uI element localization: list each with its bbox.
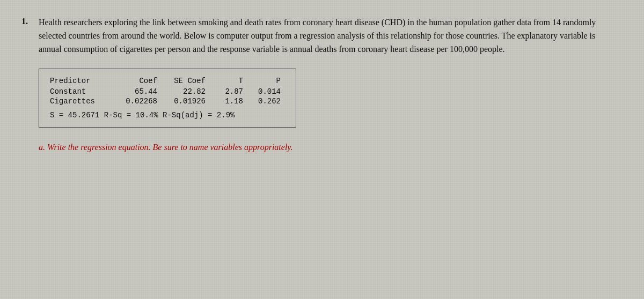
- regression-table-container: Predictor Coef SE Coef T P Constant 65.4…: [39, 69, 296, 128]
- header-coef: Coef: [109, 77, 157, 85]
- question-block: 1. Health researchers exploring the link…: [21, 16, 612, 56]
- question-text: Health researchers exploring the link be…: [39, 16, 612, 56]
- row-constant-t: 2.87: [206, 87, 243, 96]
- regression-box: Predictor Coef SE Coef T P Constant 65.4…: [39, 69, 296, 128]
- question-number: 1.: [21, 16, 34, 26]
- stats-row: S = 45.2671 R-Sq = 10.4% R-Sq(adj) = 2.9…: [50, 111, 281, 119]
- row-cigarettes-p: 0.262: [243, 97, 281, 106]
- row-cigarettes-predictor: Cigarettes: [50, 97, 109, 106]
- row-constant-predictor: Constant: [50, 87, 109, 96]
- table-row-cigarettes: Cigarettes 0.02268 0.01926 1.18 0.262: [50, 97, 281, 106]
- row-constant-p: 0.014: [243, 87, 281, 96]
- header-se-coef: SE Coef: [157, 77, 206, 85]
- header-p: P: [243, 77, 281, 85]
- header-t: T: [206, 77, 243, 85]
- row-cigarettes-t: 1.18: [206, 97, 243, 106]
- part-a-text: Write the regression equation. Be sure t…: [47, 143, 293, 152]
- part-a: a. Write the regression equation. Be sur…: [39, 143, 612, 152]
- page-content: 1. Health researchers exploring the link…: [21, 16, 612, 152]
- row-cigarettes-coef: 0.02268: [109, 97, 157, 106]
- row-constant-coef: 65.44: [109, 87, 157, 96]
- table-header-row: Predictor Coef SE Coef T P: [50, 77, 281, 85]
- part-a-label: a.: [39, 143, 45, 152]
- header-predictor: Predictor: [50, 77, 109, 85]
- row-cigarettes-se-coef: 0.01926: [157, 97, 206, 106]
- table-row-constant: Constant 65.44 22.82 2.87 0.014: [50, 87, 281, 96]
- row-constant-se-coef: 22.82: [157, 87, 206, 96]
